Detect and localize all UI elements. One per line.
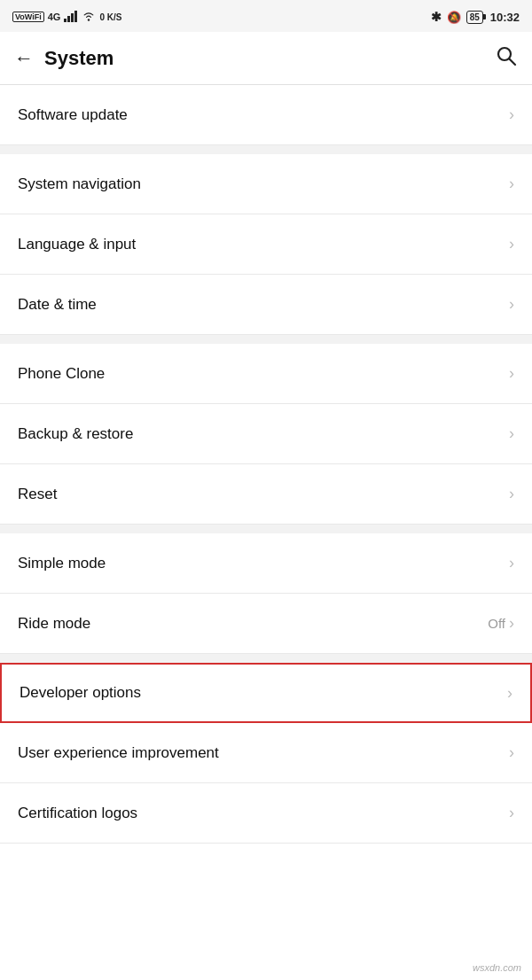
settings-item-software-update[interactable]: Software update › [0, 85, 532, 145]
settings-right-certification-logos: › [509, 804, 514, 822]
settings-right-software-update: › [509, 105, 514, 124]
settings-label-reset: Reset [18, 486, 57, 503]
settings-right-ride-mode: Off › [488, 614, 514, 633]
settings-right-system-navigation: › [509, 175, 514, 193]
settings-right-phone-clone: › [509, 364, 514, 383]
chevron-icon: › [509, 614, 514, 633]
settings-label-phone-clone: Phone Clone [18, 365, 105, 383]
settings-item-simple-mode[interactable]: Simple mode › [0, 533, 532, 594]
chevron-icon: › [509, 424, 514, 443]
settings-right-user-experience: › [509, 743, 514, 762]
settings-item-reset[interactable]: Reset › [0, 464, 532, 525]
svg-rect-2 [71, 13, 74, 22]
svg-rect-3 [74, 11, 77, 22]
time-display: 10:32 [490, 11, 520, 24]
signal-icon [64, 10, 78, 24]
group-divider-4 [0, 654, 532, 663]
mute-icon: 🔕 [447, 11, 461, 24]
settings-item-backup-restore[interactable]: Backup & restore › [0, 404, 532, 464]
battery-level: 85 [470, 12, 480, 22]
chevron-icon: › [509, 175, 514, 193]
chevron-icon: › [509, 485, 514, 503]
svg-rect-1 [67, 16, 70, 22]
watermark: wsxdn.com [473, 962, 521, 973]
status-left: VoWiFi 4G 0 K/S [12, 10, 121, 24]
settings-label-simple-mode: Simple mode [18, 555, 106, 572]
chevron-icon: › [509, 364, 514, 383]
chevron-icon: › [509, 235, 514, 253]
app-bar: ← System [0, 32, 532, 85]
settings-item-date-time[interactable]: Date & time › [0, 275, 532, 335]
status-bar: VoWiFi 4G 0 K/S ✱ 🔕 85 10:32 [0, 0, 532, 32]
settings-item-developer-options[interactable]: Developer options › [0, 663, 532, 723]
settings-list: Software update › System navigation › La… [0, 85, 532, 844]
settings-label-user-experience: User experience improvement [18, 744, 219, 762]
chevron-icon: › [509, 804, 514, 822]
battery-indicator: 85 [466, 11, 483, 24]
status-right: ✱ 🔕 85 10:32 [431, 10, 520, 24]
settings-label-developer-options: Developer options [20, 684, 141, 702]
settings-label-date-time: Date & time [18, 296, 97, 314]
settings-item-language-input[interactable]: Language & input › [0, 214, 532, 275]
settings-label-software-update: Software update [18, 106, 128, 124]
settings-item-phone-clone[interactable]: Phone Clone › [0, 344, 532, 404]
bluetooth-icon: ✱ [431, 10, 442, 24]
settings-item-system-navigation[interactable]: System navigation › [0, 154, 532, 214]
settings-right-backup-restore: › [509, 424, 514, 443]
wifi-icon [82, 11, 96, 24]
ride-mode-value: Off [488, 616, 505, 631]
settings-item-certification-logos[interactable]: Certification logos › [0, 783, 532, 844]
svg-point-4 [88, 19, 90, 20]
settings-label-language-input: Language & input [18, 236, 136, 253]
settings-label-certification-logos: Certification logos [18, 805, 137, 822]
chevron-icon: › [509, 554, 514, 572]
back-button[interactable]: ← [14, 47, 34, 70]
settings-right-language-input: › [509, 235, 514, 253]
settings-right-simple-mode: › [509, 554, 514, 572]
chevron-icon: › [509, 295, 514, 314]
group-divider-3 [0, 525, 532, 533]
settings-label-system-navigation: System navigation [18, 175, 141, 193]
search-button[interactable] [495, 44, 518, 73]
group-divider-2 [0, 335, 532, 344]
svg-rect-0 [64, 19, 66, 22]
page-title: System [44, 47, 113, 70]
settings-right-reset: › [509, 485, 514, 503]
app-bar-left: ← System [14, 47, 113, 70]
data-speed: 0 K/S [99, 12, 121, 22]
chevron-icon: › [509, 743, 514, 762]
settings-right-developer-options: › [507, 684, 512, 703]
network-type: 4G [48, 12, 61, 22]
chevron-icon: › [509, 105, 514, 124]
svg-line-6 [510, 58, 516, 65]
settings-right-date-time: › [509, 295, 514, 314]
settings-label-backup-restore: Backup & restore [18, 425, 133, 443]
settings-label-ride-mode: Ride mode [18, 615, 90, 633]
chevron-icon: › [507, 684, 512, 703]
volte-badge: VoWiFi [12, 12, 44, 22]
settings-item-ride-mode[interactable]: Ride mode Off › [0, 594, 532, 654]
settings-item-user-experience[interactable]: User experience improvement › [0, 723, 532, 783]
group-divider-1 [0, 145, 532, 154]
